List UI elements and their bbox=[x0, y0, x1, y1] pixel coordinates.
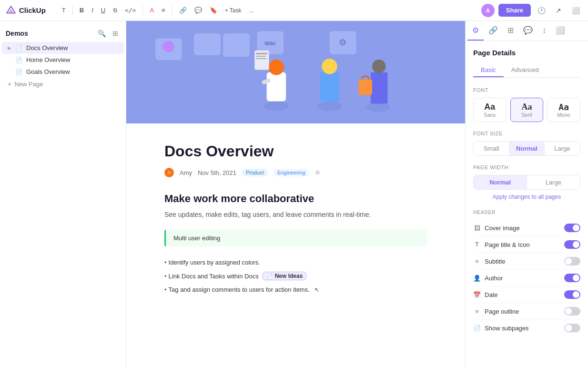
font-option-serif[interactable]: Aa Serif bbox=[510, 98, 544, 122]
sidebar-item-docs-overview[interactable]: ▶ 📄 Docs Overview bbox=[2, 42, 124, 54]
bookmark-btn[interactable]: 🔖 bbox=[207, 5, 220, 15]
page-title-toggle[interactable] bbox=[564, 240, 580, 249]
bullet-dot-3: • bbox=[164, 286, 167, 293]
svg-rect-16 bbox=[320, 72, 339, 102]
font-size-label: Font Size bbox=[473, 131, 580, 136]
tag-engineering[interactable]: Engineering bbox=[274, 169, 309, 176]
sidebar-item-home-overview[interactable]: 📄 Home Overview bbox=[2, 54, 124, 66]
date-label: Date bbox=[485, 291, 497, 298]
subtitle-label: Subtitle bbox=[485, 258, 505, 265]
toolbar: ClickUp T B I U S </> A ≡ 🔗 💬 🔖 + Task .… bbox=[0, 0, 588, 21]
sidebar-header: Demos 🔍 ⊞ bbox=[0, 27, 126, 42]
italic-btn[interactable]: I bbox=[89, 5, 96, 15]
tag-product[interactable]: Product bbox=[242, 169, 268, 176]
svg-point-20 bbox=[372, 60, 385, 73]
header-section-label: HEADER bbox=[473, 210, 580, 215]
panel-tab-settings[interactable]: ⚙ bbox=[467, 21, 484, 41]
font-label: Font bbox=[473, 87, 580, 93]
inline-chip[interactable]: 📄 New Ideas bbox=[263, 272, 307, 280]
sidebar-new-page[interactable]: + New Page bbox=[2, 78, 124, 90]
callout-block: Multi user editing bbox=[164, 230, 427, 246]
cover-image: Wiki ⚙ bbox=[126, 21, 465, 123]
bullet-dot-1: • bbox=[164, 259, 167, 266]
cover-image-toggle[interactable] bbox=[564, 224, 580, 232]
bullet-item-3: • Tag and assign comments to users for a… bbox=[164, 283, 427, 296]
bullet-text-2: Link Docs and Tasks within Docs bbox=[169, 273, 259, 280]
app-logo: ClickUp bbox=[6, 5, 46, 16]
author-icon: 👤 bbox=[473, 275, 481, 282]
align-btn[interactable]: ≡ bbox=[159, 5, 168, 15]
inline-chip-icon: 📄 bbox=[266, 273, 273, 279]
sidebar-item-goals-overview[interactable]: 📄 Goals Overview bbox=[2, 66, 124, 78]
app-logo-text: ClickUp bbox=[19, 6, 46, 14]
toggle-row-page-outline: ≡ Page outline bbox=[473, 303, 580, 320]
font-sans-label: Sans bbox=[476, 112, 504, 118]
link-btn[interactable]: 🔗 bbox=[176, 5, 190, 15]
doc-date: Nov 5th, 2021 bbox=[198, 169, 236, 176]
code-btn[interactable]: </> bbox=[122, 5, 139, 15]
user-avatar[interactable]: A bbox=[481, 4, 495, 17]
toggle-row-subpages-left: 📄 Show subpages bbox=[473, 325, 529, 332]
export-btn[interactable]: ↗ bbox=[552, 4, 565, 17]
subtab-advanced[interactable]: Advanced bbox=[504, 63, 547, 77]
sidebar-layout-btn[interactable]: ⊞ bbox=[111, 29, 120, 38]
toolbar-separator-3 bbox=[172, 6, 172, 15]
share-button[interactable]: Share bbox=[498, 4, 531, 17]
inline-chip-label: New Ideas bbox=[275, 273, 303, 279]
toggle-row-cover-image: 🖼 Cover image bbox=[473, 220, 580, 236]
svg-rect-25 bbox=[359, 80, 372, 95]
author-toggle[interactable] bbox=[564, 274, 580, 282]
subtitle-toggle[interactable] bbox=[564, 257, 580, 266]
font-option-sans[interactable]: Aa Sans bbox=[473, 98, 507, 122]
strikethrough-btn[interactable]: S bbox=[110, 5, 120, 15]
size-small-btn[interactable]: Small bbox=[474, 142, 509, 155]
bold-btn[interactable]: B bbox=[77, 5, 87, 15]
page-width-label: Page Width bbox=[473, 164, 580, 170]
sidebar-search-btn[interactable]: 🔍 bbox=[96, 29, 108, 38]
text-style-btn[interactable]: T bbox=[59, 5, 69, 15]
new-page-label: New Page bbox=[14, 81, 43, 88]
panel-tab-layout[interactable]: ⬜ bbox=[551, 21, 570, 41]
toggle-row-author-left: 👤 Author bbox=[473, 275, 503, 282]
more-btn[interactable]: ... bbox=[246, 5, 257, 15]
font-serif-sample: Aa bbox=[513, 102, 541, 112]
page-outline-toggle[interactable] bbox=[564, 307, 580, 316]
sidebar-title: Demos bbox=[6, 30, 28, 37]
color-btn[interactable]: A bbox=[147, 5, 157, 15]
toolbar-text-group: T B I U S </> A ≡ 🔗 💬 🔖 + Task ... bbox=[59, 5, 257, 15]
panel-tab-sort[interactable]: ↕ bbox=[537, 21, 551, 41]
date-toggle[interactable] bbox=[564, 290, 580, 299]
width-normal-btn[interactable]: Normal bbox=[474, 175, 527, 189]
panel-tab-grid[interactable]: ⊞ bbox=[503, 21, 518, 41]
panel-tab-link[interactable]: 🔗 bbox=[484, 21, 503, 41]
size-normal-btn[interactable]: Normal bbox=[509, 142, 544, 155]
doc-section-title: Make work more collaborative bbox=[164, 193, 427, 205]
font-option-mono[interactable]: Aa Mono bbox=[547, 98, 580, 122]
svg-point-18 bbox=[366, 102, 390, 112]
comment-btn[interactable]: 💬 bbox=[192, 5, 205, 15]
width-large-btn[interactable]: Large bbox=[527, 175, 580, 189]
subtab-basic[interactable]: Basic bbox=[473, 63, 504, 77]
layout-btn[interactable]: ⬜ bbox=[569, 4, 582, 17]
doc-title: Docs Overview bbox=[164, 143, 427, 160]
toggle-row-cover-left: 🖼 Cover image bbox=[473, 225, 520, 232]
page-outline-label: Page outline bbox=[485, 308, 519, 315]
panel-tab-comment[interactable]: 💬 bbox=[518, 21, 537, 41]
bullet-dot-2: • bbox=[164, 273, 167, 280]
svg-point-15 bbox=[317, 101, 342, 111]
font-mono-sample: Aa bbox=[549, 102, 578, 112]
task-btn[interactable]: + Task bbox=[222, 6, 244, 15]
page-outline-icon: ≡ bbox=[473, 308, 481, 315]
svg-point-4 bbox=[162, 41, 174, 52]
history-btn[interactable]: 🕐 bbox=[535, 4, 548, 17]
doc-meta: A Amy Nov 5th, 2021 Product Engineering … bbox=[164, 168, 427, 177]
size-large-btn[interactable]: Large bbox=[545, 142, 580, 155]
toggle-row-page-title: T Page title & Icon bbox=[473, 236, 580, 253]
apply-changes-link[interactable]: Apply changes to all pages bbox=[473, 194, 580, 200]
doc-settings-icon[interactable]: ⚙ bbox=[315, 169, 320, 176]
toggle-row-subtitle-left: ≡ Subtitle bbox=[473, 258, 505, 265]
underline-btn[interactable]: U bbox=[98, 5, 108, 15]
show-subpages-toggle[interactable] bbox=[564, 324, 580, 332]
author-label: Author bbox=[485, 275, 503, 282]
sidebar-item-label: Docs Overview bbox=[26, 44, 68, 51]
